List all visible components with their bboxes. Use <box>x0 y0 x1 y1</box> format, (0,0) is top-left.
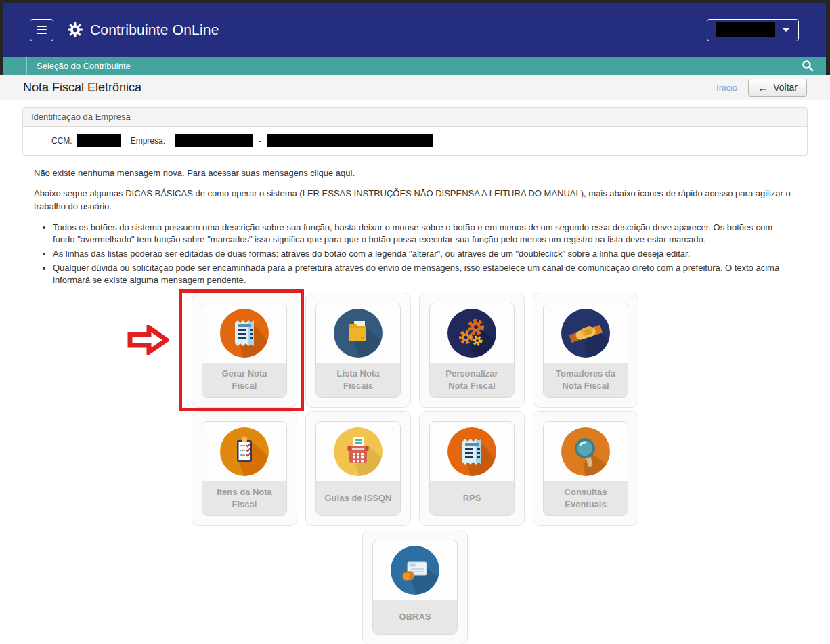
folder-icon <box>334 309 383 358</box>
magnifier-icon <box>561 427 610 476</box>
receipt-icon <box>220 309 269 358</box>
company-panel-title: Identificação da Empresa <box>23 108 807 127</box>
red-arrow-icon <box>127 325 169 355</box>
tile-rps[interactable]: RPS <box>419 411 525 526</box>
tile-label: Lista Nota Fiscais <box>323 368 393 391</box>
search-icon[interactable] <box>802 60 814 74</box>
gears-icon <box>447 309 496 358</box>
app-title: Contribuinte OnLine <box>90 22 219 38</box>
user-dropdown[interactable] <box>707 19 799 41</box>
back-arrow-icon: ← <box>758 83 768 93</box>
app-header: Contribuinte OnLine <box>3 3 826 57</box>
tile-lista-nota-fiscais[interactable]: Lista Nota Fiscais <box>305 293 411 408</box>
ccm-label: CCM: <box>51 136 72 146</box>
contribuinte-bar: Seleção do Contribuinte <box>3 57 826 75</box>
tile-label: Gerar Nota Fiscal <box>209 368 280 391</box>
tile-label: Tomadores da Nota Fiscal <box>550 368 621 391</box>
redacted-ccm-value <box>77 134 121 147</box>
clipboard-checklist-icon <box>220 427 269 476</box>
no-new-message-text[interactable]: Não existe nenhuma mensagem nova. Para a… <box>34 168 796 178</box>
tips-intro-text: Abaixo segue algumas DICAS BÁSICAS de co… <box>34 188 796 213</box>
contribuinte-selection-link[interactable]: Seleção do Contribuinte <box>37 61 131 71</box>
tile-personalizar-nota-fiscal[interactable]: Personalizar Nota Fiscal <box>419 293 525 408</box>
receipt-icon <box>447 427 496 476</box>
tile-label: Personalizar Nota Fiscal <box>437 368 507 391</box>
tile-tomadores-da-nota-fiscal[interactable]: Tomadores da Nota Fiscal <box>533 293 638 408</box>
tile-label: Guias de ISSQN <box>325 492 392 505</box>
app-brand: Contribuinte OnLine <box>67 22 219 38</box>
cheque-coins-icon <box>391 546 439 595</box>
tile-consultas-eventuais[interactable]: Consultas Eventuais <box>533 411 638 526</box>
inicio-link[interactable]: Início <box>716 83 737 93</box>
subbar-left-segment <box>3 57 27 75</box>
tile-gerar-nota-fiscal[interactable]: Gerar Nota Fiscal <box>192 293 297 408</box>
quick-access-tiles: Gerar Nota Fiscal <box>0 293 830 644</box>
page-title: Nota Fiscal Eletrônica <box>23 81 141 95</box>
tile-label: Itens da Nota Fiscal <box>209 486 280 510</box>
hamburger-icon <box>37 26 47 27</box>
voltar-label: Voltar <box>773 82 798 93</box>
tip-item: Todos os botões do sistema possuem uma d… <box>53 221 796 246</box>
separator: - <box>259 136 261 146</box>
tip-item: As linhas das listas poderão ser editada… <box>53 248 796 260</box>
window-frame: Contribuinte OnLine Seleção do Contribui… <box>0 0 830 75</box>
menu-button[interactable] <box>30 19 53 41</box>
redacted-empresa-name <box>175 134 253 147</box>
caret-down-icon <box>782 28 790 32</box>
tile-label: OBRAS <box>399 611 431 623</box>
handshake-icon <box>561 309 610 358</box>
tile-obras[interactable]: OBRAS <box>362 530 468 644</box>
company-panel: Identificação da Empresa CCM: Empresa: - <box>22 107 808 156</box>
voltar-button[interactable]: ← Voltar <box>748 79 807 97</box>
tile-itens-da-nota-fiscal[interactable]: Itens da Nota Fiscal <box>192 411 297 526</box>
tile-label: Consultas Eventuais <box>550 486 621 510</box>
gear-icon <box>67 22 83 38</box>
calculator-icon <box>334 427 383 476</box>
redacted-username <box>716 22 775 37</box>
empresa-label: Empresa: <box>131 136 165 146</box>
tip-item: Qualquer dúvida ou solicitação pode ser … <box>53 262 796 286</box>
tile-guias-de-issqn[interactable]: Guias de ISSQN <box>305 411 411 526</box>
company-row: CCM: Empresa: - <box>31 134 799 147</box>
tips-list: Todos os botões do sistema possuem uma d… <box>53 221 796 287</box>
tile-label: RPS <box>463 492 481 505</box>
redacted-empresa-razao <box>267 134 433 147</box>
page-title-band: Nota Fiscal Eletrônica Início ← Voltar <box>0 75 830 100</box>
